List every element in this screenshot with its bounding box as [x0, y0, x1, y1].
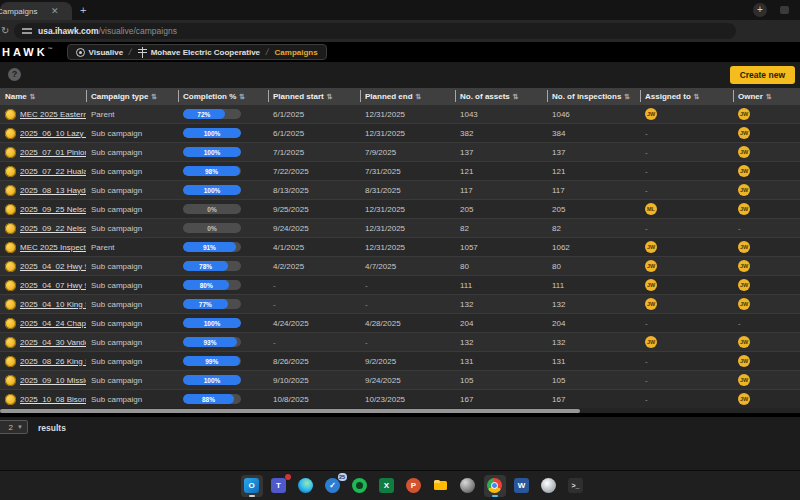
column-header-no-of-inspections[interactable]: No. of inspections⇅ [547, 88, 640, 105]
window-control-icon[interactable] [780, 6, 789, 14]
campaign-name-link[interactable]: 2025_04_02 Hwy 95 [20, 262, 86, 271]
taskbar-sphere-app-icon[interactable] [457, 475, 479, 497]
sort-icon[interactable]: ⇅ [766, 93, 772, 101]
sort-icon[interactable]: ⇅ [694, 93, 700, 101]
avatar[interactable]: JW [738, 298, 750, 310]
campaign-name-link[interactable]: 2025_07_22 Hualapai... [20, 167, 86, 176]
page-size-select[interactable]: 2 ▼ [0, 420, 28, 434]
scrollbar-thumb[interactable] [0, 409, 580, 413]
table-row[interactable]: 2025_07_22 Hualapai...Sub campaign98%7/2… [0, 162, 800, 181]
table-row[interactable]: 2025_09_10 Mission_...Sub campaign100%9/… [0, 371, 800, 390]
avatar[interactable]: JW [645, 336, 657, 348]
campaign-name-link[interactable]: MEC 2025 Eastern Se... [20, 110, 86, 119]
table-row[interactable]: 2025_09_25 Nelson T...Sub campaign0%9/25… [0, 200, 800, 219]
breadcrumb-organization[interactable]: Mohave Electric Cooperative [138, 47, 260, 58]
avatar[interactable]: JW [738, 393, 750, 405]
table-row[interactable]: 2025_04_02 Hwy 95Sub campaign78%4/2/2025… [0, 257, 800, 276]
column-header-planned-start[interactable]: Planned start⇅ [268, 88, 360, 105]
avatar[interactable]: JW [738, 374, 750, 386]
taskbar-chrome-icon[interactable] [484, 475, 506, 497]
avatar[interactable]: JW [738, 355, 750, 367]
column-header-name[interactable]: Name⇅ [0, 88, 86, 105]
campaign-name-link[interactable]: 2025_04_30 Vandersl... [20, 338, 86, 347]
column-header-completion-[interactable]: Completion %⇅ [178, 88, 268, 105]
avatar[interactable]: ML [645, 203, 657, 215]
table-row[interactable]: 2025_04_07 Hwy 95_...Sub campaign80%--11… [0, 276, 800, 295]
campaign-name-link[interactable]: 2025_08_26 King St a... [20, 357, 86, 366]
reload-icon[interactable]: ↻ [1, 25, 9, 36]
column-header-planned-end[interactable]: Planned end⇅ [360, 88, 455, 105]
taskbar-terminal-icon[interactable]: >_ [565, 475, 587, 497]
campaign-name-link[interactable]: MEC 2025 Inspections [20, 243, 86, 252]
sort-icon[interactable]: ⇅ [327, 93, 333, 101]
taskbar-start-icon[interactable] [214, 475, 236, 497]
avatar[interactable]: JW [738, 146, 750, 158]
new-tab-icon[interactable]: + [80, 5, 86, 16]
tab-close-icon[interactable]: ✕ [51, 6, 59, 16]
help-icon[interactable]: ? [8, 68, 21, 81]
table-row[interactable]: 2025_06_10 Lazy Y USub campaign100%6/1/2… [0, 124, 800, 143]
campaign-name-link[interactable]: 2025_06_10 Lazy Y U [20, 129, 86, 138]
avatar[interactable]: JW [645, 279, 657, 291]
sort-icon[interactable]: ⇅ [30, 93, 36, 101]
table-row[interactable]: 2025_04_24 Chaparr...Sub campaign100%4/2… [0, 314, 800, 333]
create-new-button[interactable]: Create new [730, 66, 795, 84]
campaign-name-link[interactable]: 2025_04_10 King Str... [20, 300, 86, 309]
sort-icon[interactable]: ⇅ [239, 93, 245, 101]
avatar[interactable]: JW [645, 241, 657, 253]
taskbar-excel-icon[interactable]: X [376, 475, 398, 497]
column-header-no-of-assets[interactable]: No. of assets⇅ [455, 88, 547, 105]
avatar[interactable]: JW [738, 165, 750, 177]
table-row[interactable]: 2025_04_30 Vandersl...Sub campaign93%--1… [0, 333, 800, 352]
taskbar-spotify-icon[interactable] [349, 475, 371, 497]
taskbar-google-earth-icon[interactable] [538, 475, 560, 497]
campaign-name-link[interactable]: 2025_10_08 Bison Av... [20, 395, 86, 404]
campaign-name-link[interactable]: 2025_07_01 Pinion Pi... [20, 148, 86, 157]
address-bar[interactable]: usa.ihawk.com/visualive/campaigns [14, 23, 736, 39]
avatar[interactable]: JW [738, 127, 750, 139]
avatar[interactable]: JW [645, 108, 657, 120]
campaign-name-link[interactable]: 2025_04_24 Chaparr... [20, 319, 86, 328]
avatar[interactable]: JW [738, 203, 750, 215]
sort-icon[interactable]: ⇅ [513, 93, 519, 101]
sort-icon[interactable]: ⇅ [416, 93, 422, 101]
campaign-name-link[interactable]: 2025_09_10 Mission_... [20, 376, 86, 385]
taskbar-outlook-icon[interactable]: O [241, 475, 263, 497]
table-row[interactable]: 2025_08_13 Hayden ...Sub campaign100%8/1… [0, 181, 800, 200]
campaign-name-link[interactable]: 2025_09_25 Nelson T... [20, 205, 86, 214]
campaign-name-link[interactable]: 2025_08_13 Hayden ... [20, 186, 86, 195]
table-row[interactable]: 2025_10_08 Bison Av...Sub campaign88%10/… [0, 390, 800, 409]
column-header-campaign-type[interactable]: Campaign type⇅ [86, 88, 178, 105]
table-row[interactable]: 2025_08_26 King St a...Sub campaign99%8/… [0, 352, 800, 371]
avatar[interactable]: JW [738, 184, 750, 196]
sort-icon[interactable]: ⇅ [624, 93, 630, 101]
table-row[interactable]: 2025_09_22 Nelson t...Sub campaign0%9/24… [0, 219, 800, 238]
taskbar-edge-icon[interactable] [295, 475, 317, 497]
taskbar-teams-icon[interactable]: T [268, 475, 290, 497]
campaign-name-link[interactable]: 2025_09_22 Nelson t... [20, 224, 86, 233]
breadcrumb-page-campaigns[interactable]: Campaigns [275, 48, 318, 57]
avatar[interactable]: JW [645, 260, 657, 272]
column-header-assigned-to[interactable]: Assigned to⇅ [640, 88, 733, 105]
breadcrumb-product[interactable]: Visualive [76, 48, 124, 57]
avatar[interactable]: JW [738, 279, 750, 291]
table-row[interactable]: MEC 2025 InspectionsParent91%4/1/202512/… [0, 238, 800, 257]
campaign-name-link[interactable]: 2025_04_07 Hwy 95_... [20, 281, 86, 290]
table-row[interactable]: 2025_07_01 Pinion Pi...Sub campaign100%7… [0, 143, 800, 162]
sort-icon[interactable]: ⇅ [151, 93, 157, 101]
taskbar-approvals-icon[interactable]: ✓25 [322, 475, 344, 497]
horizontal-scrollbar[interactable] [0, 408, 800, 413]
taskbar-file-explorer-icon[interactable] [430, 475, 452, 497]
table-row[interactable]: 2025_04_10 King Str...Sub campaign77%--1… [0, 295, 800, 314]
avatar[interactable]: JW [738, 108, 750, 120]
column-header-owner[interactable]: Owner⇅ [733, 88, 800, 105]
avatar[interactable]: JW [738, 241, 750, 253]
table-row[interactable]: MEC 2025 Eastern Se...Parent72%6/1/20251… [0, 105, 800, 124]
avatar[interactable]: JW [645, 298, 657, 310]
avatar[interactable]: JW [738, 260, 750, 272]
add-circle-icon[interactable]: + [753, 3, 767, 17]
avatar[interactable]: JW [738, 336, 750, 348]
site-info-icon[interactable] [22, 27, 32, 35]
taskbar-word-icon[interactable]: W [511, 475, 533, 497]
browser-active-tab[interactable]: Campaigns ✕ [0, 2, 72, 20]
